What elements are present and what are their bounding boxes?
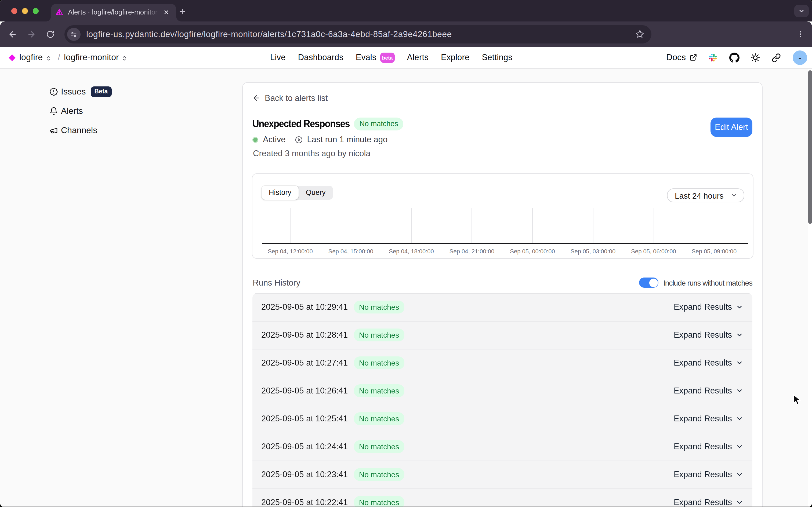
- chart-x-ticks: Sep 04, 12:00:00 Sep 04, 15:00:00 Sep 04…: [290, 208, 714, 251]
- sidebar-item[interactable]: Issues Beta: [49, 82, 227, 102]
- expand-results-button[interactable]: Expand Results: [674, 414, 743, 424]
- chevron-down-icon: [736, 415, 743, 422]
- tab-title: Alerts · logfire/logfire-monitor: [68, 8, 162, 16]
- expand-results-button[interactable]: Expand Results: [674, 358, 743, 368]
- project-switcher-icon[interactable]: [122, 55, 127, 61]
- tab-search-chevron-button[interactable]: [794, 5, 809, 17]
- nav-item[interactable]: Explore: [441, 53, 470, 62]
- run-timestamp: 2025-09-05 at 10:23:41: [261, 470, 354, 480]
- sidebar-item[interactable]: Alerts: [49, 102, 227, 121]
- project-name[interactable]: logfire-monitor: [64, 53, 119, 62]
- org-switcher-icon[interactable]: [45, 55, 51, 61]
- tab-close-icon[interactable]: [162, 8, 170, 16]
- url-text[interactable]: logfire-us.pydantic.dev/logfire/logfire-…: [86, 30, 630, 39]
- run-row[interactable]: 2025-09-05 at 10:25:41 No matches Expand…: [252, 404, 752, 432]
- chart-tick-label: Sep 05, 09:00:00: [692, 248, 737, 255]
- share-link-icon[interactable]: [771, 53, 780, 62]
- nav-item[interactable]: Dashboards: [298, 53, 343, 62]
- org-name[interactable]: logfire: [19, 53, 43, 62]
- run-row[interactable]: 2025-09-05 at 10:29:41 No matches Expand…: [252, 293, 752, 321]
- chevron-down-icon: [736, 387, 743, 395]
- time-range-select[interactable]: Last 24 hours: [667, 189, 744, 203]
- run-no-matches-badge: No matches: [354, 356, 404, 369]
- tab-query[interactable]: Query: [299, 186, 333, 200]
- page-content: Issues Beta Alerts Channels: [0, 69, 812, 507]
- chart-gridline: [653, 208, 654, 243]
- chevron-down-icon: [736, 303, 743, 311]
- expand-results-button[interactable]: Expand Results: [674, 498, 743, 507]
- active-status-dot: [253, 137, 258, 143]
- chevron-down-icon: [736, 359, 743, 367]
- run-timestamp: 2025-09-05 at 10:24:41: [261, 442, 354, 451]
- chart-tick-label: Sep 05, 06:00:00: [631, 248, 676, 255]
- chart-tick-label: Sep 05, 00:00:00: [510, 248, 555, 255]
- sidebar-item[interactable]: Channels: [49, 121, 227, 140]
- url-bar[interactable]: logfire-us.pydantic.dev/logfire/logfire-…: [64, 25, 651, 44]
- sidebar: Issues Beta Alerts Channels: [49, 82, 227, 140]
- run-row[interactable]: 2025-09-05 at 10:27:41 No matches Expand…: [252, 349, 752, 377]
- zoom-window-button[interactable]: [33, 8, 39, 14]
- run-timestamp: 2025-09-05 at 10:26:41: [261, 386, 354, 396]
- expand-results-button[interactable]: Expand Results: [674, 330, 743, 340]
- close-window-button[interactable]: [11, 8, 17, 14]
- run-row[interactable]: 2025-09-05 at 10:22:41 No matches Expand…: [252, 488, 752, 507]
- run-row[interactable]: 2025-09-05 at 10:24:41 No matches Expand…: [252, 432, 752, 460]
- bookmark-star-icon[interactable]: [635, 30, 644, 39]
- expand-results-button[interactable]: Expand Results: [674, 302, 743, 312]
- expand-results-button[interactable]: Expand Results: [674, 386, 743, 396]
- minimize-window-button[interactable]: [22, 8, 28, 14]
- run-row[interactable]: 2025-09-05 at 10:28:41 No matches Expand…: [252, 321, 752, 349]
- site-settings-icon[interactable]: [67, 27, 80, 41]
- alert-title-row: Unexpected Responses No matches: [253, 116, 753, 131]
- runs-list: 2025-09-05 at 10:29:41 No matches Expand…: [252, 293, 752, 507]
- chart-tick-label: Sep 04, 12:00:00: [268, 248, 313, 255]
- run-timestamp: 2025-09-05 at 10:27:41: [261, 358, 354, 368]
- chevron-down-icon: [736, 443, 743, 450]
- logfire-logo-icon: [9, 54, 15, 61]
- sidebar-beta-badge: Beta: [91, 87, 112, 97]
- nav-item[interactable]: Evals beta: [356, 53, 395, 62]
- browser-tab[interactable]: Alerts · logfire/logfire-monitor: [51, 4, 176, 21]
- back-icon[interactable]: [8, 30, 17, 39]
- chevron-down-icon: [736, 471, 743, 478]
- github-icon[interactable]: [729, 53, 739, 63]
- run-no-matches-badge: No matches: [354, 440, 404, 453]
- include-runs-toggle-group: Include runs without matches: [639, 278, 752, 288]
- back-to-alerts-link[interactable]: Back to alerts list: [253, 94, 753, 103]
- chevron-down-icon: [736, 499, 743, 506]
- avatar[interactable]: -: [793, 50, 807, 65]
- last-run-text: Last run 1 minute ago: [307, 135, 387, 145]
- run-no-matches-badge: No matches: [354, 300, 404, 314]
- nav-item[interactable]: Settings: [482, 53, 512, 62]
- app-header: logfire / logfire-monitor Live Dashboard…: [0, 47, 812, 69]
- alert-status-row: Active Last run 1 minute ago: [253, 134, 753, 146]
- slack-icon[interactable]: [709, 54, 717, 61]
- toggle-knob: [649, 279, 658, 287]
- browser-menu-icon[interactable]: [797, 21, 805, 47]
- expand-results-button[interactable]: Expand Results: [674, 442, 743, 451]
- theme-sun-icon[interactable]: [750, 53, 760, 63]
- include-runs-toggle[interactable]: [639, 278, 658, 288]
- chevron-down-icon: [730, 192, 738, 199]
- reload-icon[interactable]: [46, 30, 55, 38]
- docs-link[interactable]: Docs: [666, 53, 697, 62]
- badge-alert-icon: [49, 88, 58, 96]
- run-no-matches-badge: No matches: [354, 384, 404, 397]
- history-query-tabs: History Query: [262, 186, 333, 200]
- tab-history[interactable]: History: [262, 186, 299, 200]
- chart-gridline: [472, 208, 472, 243]
- chart-gridline: [593, 208, 593, 243]
- nav-item[interactable]: Alerts: [407, 53, 429, 62]
- run-timestamp: 2025-09-05 at 10:29:41: [261, 302, 354, 312]
- beta-badge: beta: [380, 53, 395, 62]
- run-row[interactable]: 2025-09-05 at 10:23:41 No matches Expand…: [252, 460, 752, 488]
- main-nav: Live Dashboards Evals beta Alerts: [270, 47, 512, 68]
- new-tab-button[interactable]: [178, 7, 186, 15]
- run-no-matches-badge: No matches: [354, 468, 404, 481]
- scrollbar-thumb[interactable]: [808, 70, 812, 224]
- expand-results-button[interactable]: Expand Results: [674, 470, 743, 480]
- edit-alert-button[interactable]: Edit Alert: [710, 118, 752, 137]
- forward-icon[interactable]: [27, 30, 36, 39]
- nav-item[interactable]: Live: [270, 53, 286, 62]
- run-row[interactable]: 2025-09-05 at 10:26:41 No matches Expand…: [252, 377, 752, 404]
